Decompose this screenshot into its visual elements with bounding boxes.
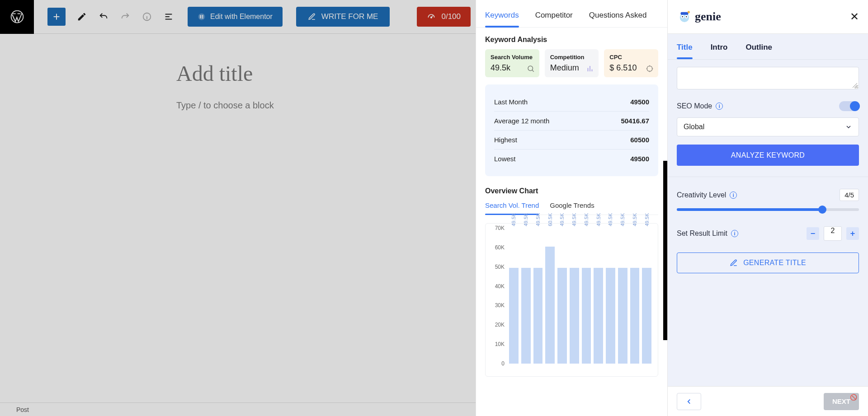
svg-point-16 <box>688 11 690 13</box>
chevron-left-icon <box>685 397 693 406</box>
svg-rect-15 <box>681 12 689 15</box>
overview-chart: 70K60K50K40K30K20K10K0 49.5K49.5K49.5K60… <box>485 223 658 377</box>
svg-point-9 <box>647 66 652 71</box>
tab-keywords[interactable]: Keywords <box>485 11 519 27</box>
result-limit-decrease[interactable]: − <box>807 227 819 240</box>
next-button: NEXT 🚫 <box>824 393 859 410</box>
svg-point-8 <box>528 66 533 71</box>
svg-point-14 <box>686 16 687 18</box>
seo-mode-label: SEO Mode i <box>677 102 723 110</box>
overview-chart-heading: Overview Chart <box>485 187 658 195</box>
panel-splitter[interactable] <box>663 161 667 340</box>
tab-competitor[interactable]: Competitor <box>535 11 573 27</box>
search-icon <box>527 65 535 73</box>
creativity-level-label: Creativity Level i <box>677 191 737 199</box>
stats-detail-card: Last Month49500 Average 12 month50416.67… <box>485 84 658 176</box>
tab-outline[interactable]: Outline <box>745 43 772 59</box>
keywords-panel: Keywords Competitor Questions Asked Keyw… <box>476 0 667 416</box>
tab-title[interactable]: Title <box>677 43 693 59</box>
country-select[interactable]: Global <box>677 117 859 136</box>
generate-title-button[interactable]: GENERATE TITLE <box>677 252 859 273</box>
stat-competition: Competition Medium <box>545 49 599 77</box>
target-icon <box>646 65 654 73</box>
seo-mode-toggle[interactable] <box>839 101 859 111</box>
keyword-textarea[interactable] <box>677 67 859 89</box>
analyze-keyword-button[interactable]: ANALYZE KEYWORD <box>677 145 859 166</box>
info-icon[interactable]: i <box>730 192 737 199</box>
editor-dim-overlay <box>0 0 476 416</box>
chevron-down-icon <box>845 123 852 131</box>
result-limit-label: Set Result Limit i <box>677 229 738 238</box>
tab-google-trends[interactable]: Google Trends <box>550 201 594 215</box>
resize-handle-icon[interactable] <box>852 83 858 88</box>
blocked-icon: 🚫 <box>850 394 857 401</box>
svg-point-13 <box>682 16 683 18</box>
creativity-value: 4/5 <box>840 189 859 201</box>
bars-icon <box>586 65 594 73</box>
genie-logo: genie <box>677 9 721 24</box>
creativity-slider[interactable] <box>677 208 859 211</box>
pencil-icon <box>730 259 738 267</box>
stat-cpc: CPC $ 6.510 <box>604 49 658 77</box>
tab-search-vol-trend[interactable]: Search Vol. Trend <box>485 201 539 215</box>
info-icon[interactable]: i <box>731 230 738 237</box>
keyword-analysis-heading: Keyword Analysis <box>485 36 658 44</box>
tab-questions[interactable]: Questions Asked <box>589 11 647 27</box>
info-icon[interactable]: i <box>716 103 723 110</box>
genie-panel: genie ✕ Title Intro Outline SEO Mode i G… <box>667 0 868 416</box>
stat-search-volume: Search Volume 49.5k <box>485 49 539 77</box>
result-limit-increase[interactable]: + <box>846 227 859 240</box>
tab-intro[interactable]: Intro <box>711 43 728 59</box>
result-limit-input[interactable]: 2 <box>824 226 842 241</box>
prev-button[interactable] <box>677 393 701 410</box>
close-icon[interactable]: ✕ <box>850 10 859 23</box>
